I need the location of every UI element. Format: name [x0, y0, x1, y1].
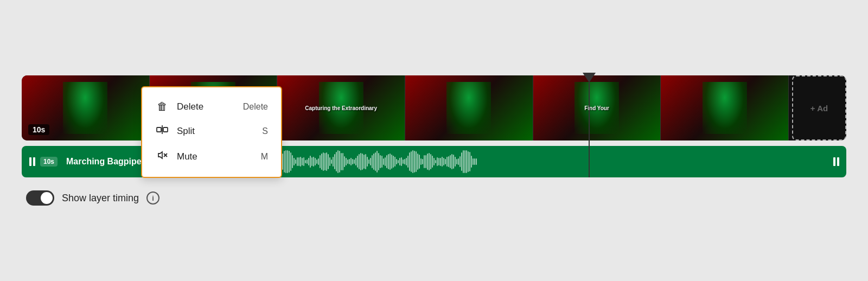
- wave-bar: [302, 158, 303, 166]
- wave-bar: [307, 159, 308, 164]
- wave-bar: [404, 159, 405, 164]
- wave-bar: [355, 158, 356, 165]
- wave-bar: [328, 154, 329, 169]
- wave-bar: [323, 152, 324, 171]
- layer-timing-toggle[interactable]: [26, 190, 54, 206]
- wave-bar: [321, 154, 322, 170]
- info-icon[interactable]: i: [146, 191, 159, 205]
- wave-bar: [446, 157, 448, 166]
- wave-bar: [350, 158, 352, 166]
- wave-bar: [357, 156, 358, 168]
- wave-bar: [458, 158, 459, 165]
- wave-bar: [459, 156, 461, 167]
- wave-bar: [443, 158, 444, 166]
- delete-icon: 🗑: [155, 100, 169, 113]
- playhead-line: [589, 82, 590, 177]
- wave-bar: [305, 160, 306, 163]
- wave-bar: [432, 156, 433, 167]
- mute-shortcut: M: [261, 152, 268, 162]
- wave-bar: [300, 157, 301, 167]
- wave-bar: [372, 155, 373, 168]
- wave-bar: [316, 159, 317, 163]
- wave-bar: [468, 151, 469, 173]
- pause-bar-left: [29, 157, 31, 166]
- wave-bar: [473, 158, 474, 165]
- wave-bar: [445, 159, 446, 165]
- wave-bar: [448, 156, 449, 167]
- add-clip-label: + Ad: [810, 104, 828, 113]
- audio-end-button[interactable]: [830, 156, 842, 168]
- wave-bar: [349, 159, 350, 164]
- wave-bar: [326, 152, 327, 171]
- tracks-wrapper: 🗑 Delete Delete Split: [22, 75, 846, 177]
- svg-rect-0: [157, 127, 161, 132]
- wave-bar: [381, 156, 382, 168]
- mute-icon: [155, 149, 169, 164]
- toggle-knob: [41, 192, 53, 204]
- split-shortcut: S: [262, 126, 268, 136]
- audio-controls: 10s: [22, 156, 62, 168]
- wave-bar: [450, 155, 451, 168]
- wave-bar: [337, 150, 339, 173]
- video-frame-3: [277, 75, 405, 140]
- wave-bar: [417, 154, 418, 170]
- wave-bar: [393, 156, 394, 168]
- playhead-triangle: [583, 73, 596, 82]
- wave-bar: [320, 155, 321, 169]
- wave-bar: [360, 153, 361, 171]
- wave-bar: [342, 153, 343, 170]
- add-clip-button[interactable]: + Ad: [792, 75, 846, 140]
- wave-bar: [298, 157, 299, 166]
- video-frame-6: [661, 75, 789, 140]
- wave-bar: [344, 156, 345, 167]
- wave-bar: [414, 151, 415, 172]
- wave-bar: [433, 158, 435, 165]
- wave-bar: [385, 157, 386, 166]
- delete-shortcut: Delete: [243, 102, 268, 112]
- wave-bar: [368, 159, 369, 164]
- wave-bar: [331, 159, 332, 163]
- wave-bar: [290, 152, 291, 170]
- wave-bar: [453, 155, 454, 169]
- wave-bar: [455, 157, 456, 167]
- playhead[interactable]: [583, 73, 596, 177]
- audio-end-bar-right: [837, 157, 839, 166]
- pause-bar-right: [33, 157, 35, 166]
- video-frames: [22, 75, 789, 140]
- wave-bar: [435, 160, 436, 164]
- wave-bar: [380, 155, 381, 168]
- wave-bar: [391, 155, 392, 169]
- wave-bar: [425, 155, 426, 168]
- wave-bar: [412, 150, 413, 173]
- wave-bar: [315, 158, 316, 166]
- wave-bar: [427, 154, 428, 170]
- wave-bar: [438, 158, 439, 165]
- wave-bar: [303, 157, 304, 166]
- wave-bar: [411, 151, 412, 172]
- wave-bar: [464, 150, 465, 173]
- wave-bar: [416, 151, 417, 172]
- wave-bar: [430, 154, 431, 169]
- context-menu-item-split[interactable]: Split S: [142, 118, 281, 144]
- split-label: Split: [177, 126, 195, 137]
- context-menu-item-mute[interactable]: Mute M: [142, 144, 281, 169]
- wave-bar: [376, 151, 378, 172]
- wave-bar: [476, 158, 477, 165]
- wave-bar: [394, 157, 395, 167]
- wave-bar: [295, 159, 296, 164]
- mute-label: Mute: [177, 151, 197, 162]
- wave-bar: [401, 157, 402, 165]
- wave-bar: [471, 156, 472, 168]
- wave-bar: [419, 155, 420, 168]
- wave-bar: [354, 159, 355, 164]
- video-frame-5: [533, 75, 661, 140]
- show-layer-label: Show layer timing: [62, 193, 139, 204]
- wave-bar: [308, 158, 309, 165]
- wave-bar: [383, 158, 384, 165]
- wave-bar: [403, 159, 404, 164]
- audio-time-badge: 10s: [40, 157, 58, 167]
- audio-pause-button[interactable]: [26, 156, 38, 168]
- audio-title: Marching Bagpipes: [62, 157, 151, 167]
- context-menu-item-delete[interactable]: 🗑 Delete Delete: [142, 95, 281, 118]
- wave-bar: [386, 155, 387, 168]
